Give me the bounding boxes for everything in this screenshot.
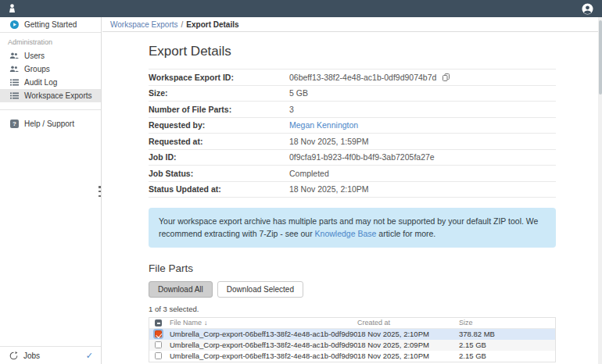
top-bar [0,0,602,17]
table-row[interactable]: Umbrella_Corp-export-06beff13-38f2-4e48-… [149,351,555,362]
created-at-cell: 18 Nov 2025, 2:10PM [357,330,459,338]
file-parts-table: File Name ↓ Created at Size Umbrella_Cor… [149,317,556,362]
file-name-cell: Umbrella_Corp-export-06beff13-38f2-4e48-… [170,352,357,360]
main-content: Workspace Exports / Export Details Expor… [102,17,602,364]
detail-row-file-parts-count: Number of File Parts: 3 [149,102,556,118]
user-avatar-icon[interactable] [582,2,594,15]
detail-row-job-status: Job Status: Completed [149,166,556,182]
sidebar-item-getting-started[interactable]: Getting Started [0,17,101,32]
detail-value: 0f9cfa91-b923-4f0b-b4f9-3ab7205fa27e [289,152,435,162]
users-icon [9,52,19,59]
detail-row-status-updated: Status Updated at: 18 Nov 2025, 2:10PM [149,182,556,198]
table-header-row: File Name ↓ Created at Size [149,318,555,329]
sync-icon [9,352,18,360]
table-row[interactable]: Umbrella_Corp-export-06beff13-38f2-4e48-… [149,329,555,340]
help-icon: ? [9,120,19,128]
app-logo-icon [8,3,17,14]
sidebar-item-help-support[interactable]: ? Help / Support [0,117,101,130]
size-cell: 378.82 MB [459,330,549,338]
sidebar-resize-handle[interactable] [98,186,102,197]
row-checkbox[interactable] [155,330,162,337]
breadcrumb: Workspace Exports / Export Details [102,17,602,32]
sidebar-item-audit-log[interactable]: Audit Log [0,76,101,89]
detail-row-size: Size: 5 GB [149,86,556,102]
download-selected-button[interactable]: Download Selected [217,281,303,298]
detail-label: Status Updated at: [149,184,289,194]
info-banner: Your workspace export archive has multip… [149,208,556,248]
scrollbar-thumb[interactable] [599,20,602,95]
play-circle-icon [9,20,19,29]
column-header-created-at[interactable]: Created at [357,319,459,327]
sort-desc-icon: ↓ [204,319,208,327]
sidebar-item-jobs[interactable]: Jobs ✓ [0,346,101,364]
export-details-list: Workspace Export ID: 06beff13-38f2-4e48-… [149,69,556,198]
file-parts-title: File Parts [149,262,602,274]
column-header-file-name[interactable]: File Name ↓ [170,319,357,327]
detail-row-export-id: Workspace Export ID: 06beff13-38f2-4e48-… [149,70,556,86]
sidebar-item-label: Groups [24,65,50,73]
table-row[interactable]: Umbrella_Corp-export-06beff13-38f2-4e48-… [149,340,555,351]
svg-text:?: ? [13,120,16,127]
sidebar-section-label: Administration [0,33,101,49]
users-icon [9,66,19,73]
file-name-cell: Umbrella_Corp-export-06beff13-38f2-4e48-… [170,330,357,338]
breadcrumb-parent-link[interactable]: Workspace Exports [110,20,178,29]
detail-label: Size: [149,88,289,98]
sidebar: Getting Started Administration Users Gro… [0,17,102,364]
detail-label: Requested by: [149,120,289,130]
download-all-button[interactable]: Download All [149,281,213,298]
column-header-size[interactable]: Size [459,319,549,327]
sidebar-item-groups[interactable]: Groups [0,62,101,76]
list-icon [9,79,19,86]
banner-text: article for more. [376,229,435,238]
list-icon [9,92,19,99]
row-checkbox[interactable] [155,341,162,348]
file-name-cell: Umbrella_Corp-export-06beff13-38f2-4e48-… [170,341,357,349]
check-icon: ✓ [86,351,93,361]
detail-value: 3 [289,105,294,114]
detail-label: Number of File Parts: [149,105,289,114]
size-cell: 2.15 GB [459,341,549,349]
sidebar-item-workspace-exports[interactable]: Workspace Exports [0,89,101,102]
detail-row-requested-at: Requested at: 18 Nov 2025, 1:59PM [149,134,556,150]
created-at-cell: 18 Nov 2025, 2:09PM [357,341,459,349]
sidebar-item-label: Getting Started [24,20,77,29]
copy-icon[interactable] [443,73,450,81]
detail-label: Job ID: [149,152,289,162]
row-checkbox[interactable] [155,352,162,359]
detail-label: Workspace Export ID: [149,73,289,82]
knowledge-base-link[interactable]: Knowledge Base [315,229,377,238]
sidebar-item-label: Help / Support [24,120,74,128]
breadcrumb-separator: / [181,20,184,29]
sidebar-item-label: Workspace Exports [24,91,92,100]
detail-value: 18 Nov 2025, 1:59PM [289,137,369,146]
detail-value: 06beff13-38f2-4e48-ac1b-0df9d9074b7d [289,73,436,82]
detail-label: Requested at: [149,137,289,146]
detail-label: Job Status: [149,169,289,178]
detail-row-requested-by: Requested by: Megan Kennington [149,118,556,134]
vertical-scrollbar[interactable] [598,17,602,364]
detail-value: 5 GB [289,88,308,98]
jobs-label: Jobs [23,352,40,360]
detail-value: 18 Nov 2025, 2:10PM [289,184,369,194]
breadcrumb-current: Export Details [186,20,238,29]
size-cell: 2.15 GB [459,352,549,360]
sidebar-item-label: Audit Log [24,78,57,87]
requested-by-link[interactable]: Megan Kennington [289,120,358,130]
detail-row-job-id: Job ID: 0f9cfa91-b923-4f0b-b4f9-3ab7205f… [149,150,556,166]
sidebar-item-users[interactable]: Users [0,49,101,62]
sidebar-item-label: Users [24,52,45,60]
created-at-cell: 18 Nov 2025, 2:10PM [357,352,459,360]
selection-status: 1 of 3 selected. [149,305,602,313]
detail-value: Completed [289,169,329,178]
page-title: Export Details [149,44,602,59]
select-all-checkbox[interactable] [155,319,162,327]
